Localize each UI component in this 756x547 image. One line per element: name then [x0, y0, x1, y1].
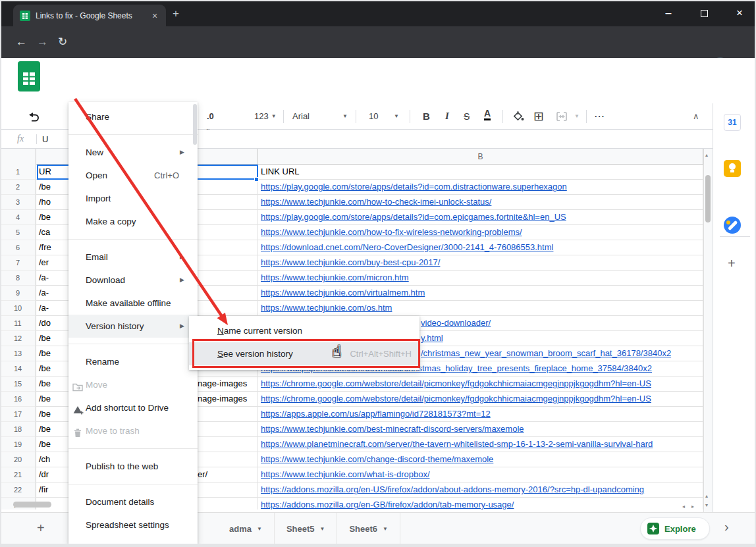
- fill-handle[interactable]: [254, 177, 259, 182]
- strikethrough-button[interactable]: S: [464, 103, 470, 129]
- window-minimize-button[interactable]: –: [653, 0, 684, 26]
- reload-icon[interactable]: ↻: [58, 35, 67, 49]
- file-menu-item-make-available-offline[interactable]: Make available offline: [68, 292, 198, 315]
- file-menu-item-make-a-copy[interactable]: Make a copy: [68, 210, 198, 233]
- row-header[interactable]: 19: [0, 437, 36, 452]
- cell-b9[interactable]: https://www.techjunkie.com/virtualmem.ht…: [258, 286, 703, 301]
- row-header[interactable]: 13: [0, 346, 36, 361]
- explore-button[interactable]: Explore: [640, 517, 710, 540]
- new-tab-button[interactable]: +: [173, 8, 179, 19]
- cell-b18[interactable]: https://www.techjunkie.com/best-minecraf…: [258, 422, 703, 437]
- sheet-tab-sheet6[interactable]: Sheet6▼: [337, 513, 400, 544]
- file-menu-scrollbar-thumb[interactable]: [193, 104, 197, 145]
- file-menu-item-document-details[interactable]: Document details: [68, 490, 198, 513]
- cell-b5[interactable]: https://www.techjunkie.com/how-to-fix-wi…: [258, 225, 703, 240]
- row-header[interactable]: 8: [0, 271, 36, 286]
- row-header[interactable]: 18: [0, 422, 36, 437]
- cell-b3[interactable]: https://www.techjunkie.com/how-to-check-…: [258, 195, 703, 210]
- merge-cells-icon[interactable]: [556, 111, 568, 122]
- scroll-up-icon[interactable]: ▴: [705, 494, 708, 499]
- scroll-left-icon[interactable]: ◂: [682, 504, 685, 509]
- file-menu-item-version-history[interactable]: Version history▶: [68, 315, 198, 338]
- fill-color-icon[interactable]: [512, 111, 524, 122]
- sheet-tab-adma[interactable]: adma▼: [217, 513, 275, 544]
- row-header[interactable]: 1: [0, 165, 36, 180]
- scroll-down-icon[interactable]: ▾: [705, 503, 708, 508]
- cell-b7[interactable]: https://www.techjunkie.com/buy-best-cpu-…: [258, 255, 703, 271]
- file-menu-item-download[interactable]: Download▶: [68, 269, 198, 292]
- scroll-right-icon[interactable]: ▸: [691, 504, 694, 509]
- number-format-button[interactable]: 123▼: [254, 103, 277, 129]
- row-header[interactable]: 15: [0, 377, 36, 392]
- vertical-scrollbar-thumb[interactable]: [705, 175, 711, 222]
- sheets-logo-icon[interactable]: [18, 61, 40, 91]
- file-menu-item-move-to-trash[interactable]: Move to trash: [68, 419, 198, 442]
- caret-down-icon[interactable]: ▼: [383, 526, 388, 532]
- file-menu-item-spreadsheet-settings[interactable]: Spreadsheet settings: [68, 513, 198, 536]
- row-header[interactable]: 5: [0, 225, 36, 240]
- file-menu-item-publish-to-the-web[interactable]: Publish to the web: [68, 455, 198, 478]
- collapse-toolbar-icon[interactable]: ∧: [693, 103, 699, 129]
- window-close-button[interactable]: ×: [724, 0, 755, 26]
- column-header-b[interactable]: B: [258, 149, 703, 164]
- row-header[interactable]: 21: [0, 467, 36, 482]
- font-size-select[interactable]: 10▼: [369, 103, 399, 129]
- caret-down-icon[interactable]: ▼: [320, 526, 325, 532]
- row-header[interactable]: 4: [0, 210, 36, 225]
- forward-icon[interactable]: →: [37, 35, 48, 49]
- row-header[interactable]: 14: [0, 361, 36, 377]
- cell-b8[interactable]: https://www.techjunkie.com/micron.htm: [258, 271, 703, 286]
- file-menu-item-share[interactable]: Share: [68, 105, 198, 128]
- row-header[interactable]: 11: [0, 316, 36, 331]
- row-header[interactable]: 9: [0, 286, 36, 301]
- file-menu-item-new[interactable]: New▶: [68, 141, 198, 164]
- formula-input[interactable]: U: [42, 134, 48, 144]
- google-tasks-icon[interactable]: [724, 217, 741, 234]
- row-header[interactable]: 12: [0, 331, 36, 346]
- cell-b19[interactable]: https://www.planetminecraft.com/server/t…: [258, 437, 703, 452]
- file-menu-item-add-shortcut-to-drive[interactable]: Add shortcut to Drive: [68, 396, 198, 419]
- row-header[interactable]: 16: [0, 392, 36, 407]
- caret-down-icon[interactable]: ▼: [257, 526, 262, 532]
- file-menu-item-import[interactable]: Import: [68, 187, 198, 210]
- cell-b6[interactable]: https://download.cnet.com/Nero-CoverDesi…: [258, 240, 703, 255]
- submenu-item-name-current-version[interactable]: Name current version: [189, 319, 419, 342]
- cell-b22[interactable]: https://addons.mozilla.org/en-US/firefox…: [258, 482, 703, 498]
- cell-b10[interactable]: https://www.techjunkie.com/os.htm: [258, 301, 703, 316]
- cell-b20[interactable]: https://www.techjunkie.com/change-discor…: [258, 452, 703, 467]
- back-icon[interactable]: ←: [16, 35, 27, 49]
- merge-caret-icon[interactable]: ▼: [574, 103, 580, 129]
- file-menu-item-move[interactable]: Move: [68, 373, 198, 396]
- file-menu-item-email[interactable]: Email▶: [68, 246, 198, 269]
- google-calendar-icon[interactable]: 31: [724, 114, 741, 131]
- window-maximize-button[interactable]: [689, 0, 719, 26]
- cell-b1[interactable]: LINK URL: [258, 165, 703, 180]
- cell-b21[interactable]: https://www.techjunkie.com/what-is-dropb…: [258, 467, 703, 482]
- file-menu-item-rename[interactable]: Rename: [68, 350, 198, 373]
- row-header[interactable]: 10: [0, 301, 36, 316]
- borders-icon[interactable]: ⊞: [533, 103, 544, 129]
- sheet-tab-sheet5[interactable]: Sheet5▼: [275, 513, 338, 544]
- submenu-item-see-version-history[interactable]: See version historyCtrl+Alt+Shift+H: [189, 342, 419, 365]
- decrease-decimal-button[interactable]: .0←: [207, 103, 756, 129]
- row-header[interactable]: 22: [0, 482, 36, 498]
- cell-b16[interactable]: https://chrome.google.com/webstore/detai…: [258, 392, 703, 407]
- tab-close-icon[interactable]: ×: [149, 11, 161, 21]
- cell-b23[interactable]: https://addons.mozilla.org/en-GB/firefox…: [258, 498, 703, 509]
- cell-b4[interactable]: https://play.google.com/store/apps/detai…: [258, 210, 703, 225]
- scroll-up-icon[interactable]: ▴: [705, 153, 708, 158]
- file-menu-item-open[interactable]: OpenCtrl+O: [68, 164, 198, 187]
- undo-icon[interactable]: [28, 111, 40, 122]
- cell-b17[interactable]: https://apps.apple.com/us/app/flamingo/i…: [258, 407, 703, 422]
- row-header[interactable]: 3: [0, 195, 36, 210]
- italic-button[interactable]: I: [445, 103, 449, 129]
- text-color-button[interactable]: A: [484, 109, 491, 120]
- collapse-panel-icon[interactable]: ›: [724, 519, 729, 534]
- row-header[interactable]: 6: [0, 240, 36, 255]
- browser-tab[interactable]: Links to fix - Google Sheets ×: [13, 5, 166, 26]
- more-toolbar-button[interactable]: ⋯: [594, 103, 605, 129]
- row-header[interactable]: 20: [0, 452, 36, 467]
- select-all-corner[interactable]: [0, 149, 36, 165]
- row-header[interactable]: 2: [0, 180, 36, 195]
- cell-b15[interactable]: https://chrome.google.com/webstore/detai…: [258, 377, 703, 392]
